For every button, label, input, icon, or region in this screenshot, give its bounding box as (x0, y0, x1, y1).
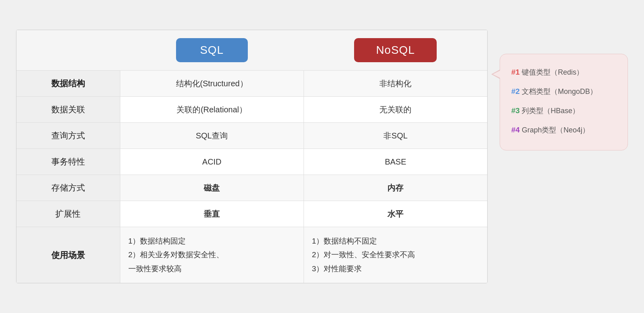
callout-item-text: 列类型（HBase） (520, 107, 579, 115)
table-row: 数据结构结构化(Structured）非结构化 (16, 71, 487, 97)
row-label: 使用场景 (16, 227, 120, 283)
row-sql-value: 结构化(Structured） (120, 71, 304, 97)
table-row: 查询方式SQL查询非SQL (16, 123, 487, 149)
row-label: 数据结构 (16, 71, 120, 97)
main-container: SQL NoSQL 数据结构结构化(Structured）非结构化数据关联关联的… (0, 18, 644, 295)
callout-items: #1 键值类型（Redis）#2 文档类型（MongoDB）#3 列类型（HBa… (511, 64, 616, 138)
row-sql-value: 1）数据结构固定2）相关业务对数据安全性、一致性要求较高 (120, 227, 304, 283)
callout-item-number: #4 (511, 126, 520, 134)
row-nosql-value: 水平 (304, 201, 487, 227)
table-row: 数据关联关联的(Relational）无关联的 (16, 97, 487, 123)
row-label: 查询方式 (16, 123, 120, 149)
nosql-badge: NoSQL (354, 38, 437, 62)
callout-item: #4 Graph类型（Neo4j） (511, 122, 616, 138)
row-sql-value: 关联的(Relational） (120, 97, 304, 123)
table-row: 存储方式磁盘内存 (16, 175, 487, 201)
callout-item: #3 列类型（HBase） (511, 102, 616, 119)
row-nosql-value: BASE (304, 149, 487, 175)
callout-item-number: #3 (511, 106, 520, 115)
sql-badge: SQL (176, 38, 248, 62)
comparison-table-wrapper: SQL NoSQL 数据结构结构化(Structured）非结构化数据关联关联的… (16, 30, 488, 283)
row-nosql-value: 内存 (304, 175, 487, 201)
table-body: 数据结构结构化(Structured）非结构化数据关联关联的(Relationa… (16, 71, 487, 283)
callout-item: #1 键值类型（Redis） (511, 64, 616, 81)
header-nosql-cell: NoSQL (304, 30, 487, 71)
callout-item-text: 键值类型（Redis） (520, 68, 583, 76)
callout-box: #1 键值类型（Redis）#2 文档类型（MongoDB）#3 列类型（HBa… (500, 54, 628, 150)
row-nosql-value: 无关联的 (304, 97, 487, 123)
row-nosql-value: 非结构化 (304, 71, 487, 97)
row-label: 扩展性 (16, 201, 120, 227)
table-row: 事务特性ACIDBASE (16, 149, 487, 175)
row-label: 存储方式 (16, 175, 120, 201)
callout-wrapper: #1 键值类型（Redis）#2 文档类型（MongoDB）#3 列类型（HBa… (500, 54, 628, 150)
row-sql-value: SQL查询 (120, 123, 304, 149)
row-nosql-value: 非SQL (304, 123, 487, 149)
callout-item: #2 文档类型（MongoDB） (511, 83, 616, 100)
header-empty-cell (16, 30, 120, 71)
row-sql-value: 垂直 (120, 201, 304, 227)
table-row: 使用场景1）数据结构固定2）相关业务对数据安全性、一致性要求较高1）数据结构不固… (16, 227, 487, 283)
row-sql-value: 磁盘 (120, 175, 304, 201)
row-sql-value: ACID (120, 149, 304, 175)
callout-item-text: 文档类型（MongoDB） (520, 87, 597, 96)
comparison-table: SQL NoSQL 数据结构结构化(Structured）非结构化数据关联关联的… (16, 30, 487, 283)
callout-item-number: #1 (511, 68, 520, 76)
header-sql-cell: SQL (120, 30, 304, 71)
row-label: 事务特性 (16, 149, 120, 175)
callout-item-text: Graph类型（Neo4j） (520, 126, 589, 134)
callout-item-number: #2 (511, 87, 520, 96)
table-row: 扩展性垂直水平 (16, 201, 487, 227)
row-label: 数据关联 (16, 97, 120, 123)
row-nosql-value: 1）数据结构不固定2）对一致性、安全性要求不高3）对性能要求 (304, 227, 487, 283)
table-header-row: SQL NoSQL (16, 30, 487, 71)
